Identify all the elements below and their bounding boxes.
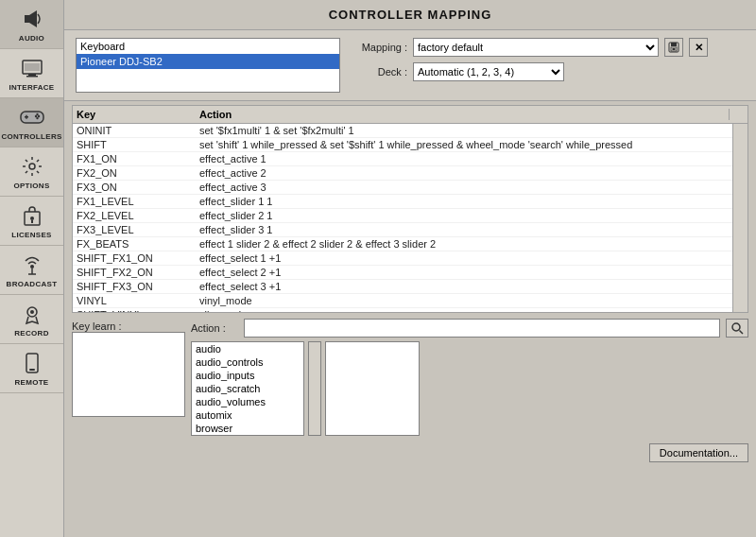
mapping-deck-controls: Mapping : factory default custom ✕ [355,38,708,93]
svg-point-9 [34,115,36,117]
licenses-icon [19,202,45,229]
svg-point-11 [36,113,38,115]
table-row[interactable]: SHIFT_VINYLslip_mode [73,308,732,312]
svg-point-17 [30,265,34,268]
sidebar-item-licenses[interactable]: LICENSES [0,197,63,246]
table-row[interactable]: SHIFT_FX1_ONeffect_select 1 +1 [73,251,732,266]
svg-point-15 [30,217,34,220]
list-item[interactable]: audio_controls [192,355,303,369]
action-row: Action : [191,319,748,338]
sidebar-options-label: OPTIONS [13,182,49,190]
sidebar-item-audio[interactable]: AUDIO [0,0,63,49]
table-row[interactable]: FX2_ONeffect_active 2 [73,166,732,181]
table-row[interactable]: FX3_ONeffect_active 3 [73,181,732,195]
svg-rect-23 [29,369,35,371]
table-col-action: Action [199,109,729,120]
controllers-icon [19,104,45,130]
sidebar-interface-label: INTERFACE [9,83,54,92]
table-row[interactable]: SHIFT_FX3_ONeffect_select 3 +1 [73,280,732,294]
sidebar-item-interface[interactable]: INTERFACE [0,49,63,98]
mapping-label: Mapping : [355,42,407,53]
table-col-key: Key [77,109,199,120]
page-title: CONTROLLER MAPPING [64,0,756,30]
svg-rect-4 [26,76,38,78]
table-row[interactable]: FX1_LEVELeffect_slider 1 1 [73,195,732,209]
sidebar-item-record[interactable]: RECORD [0,295,63,344]
list-item[interactable]: audio [192,342,303,355]
mapping-row: Mapping : factory default custom ✕ [355,38,708,57]
table-row[interactable]: FX1_ONeffect_active 1 [73,152,732,166]
table-scrollbar[interactable] [732,124,747,312]
sidebar-item-options[interactable]: OPTIONS [0,147,63,197]
deck-label: Deck : [355,66,407,78]
sidebar-item-remote[interactable]: REMOTE [0,344,63,393]
categories-list[interactable]: audioaudio_controlsaudio_inputsaudio_scr… [191,341,304,436]
table-row[interactable]: VINYLvinyl_mode [73,294,732,308]
list-item[interactable]: config [192,435,303,436]
controller-list: Keyboard Pioneer DDJ-SB2 [76,38,340,93]
list-item[interactable]: audio_scratch [192,382,303,395]
svg-point-10 [37,115,39,117]
table-header: Key Action [73,106,747,124]
doc-row: Documentation... [191,443,748,462]
sidebar-remote-label: REMOTE [14,378,48,387]
controller-pioneer[interactable]: Pioneer DDJ-SB2 [77,54,339,69]
svg-rect-0 [25,15,29,23]
remote-icon [19,350,45,376]
sidebar-licenses-label: LICENSES [11,231,51,239]
svg-rect-6 [21,112,43,123]
key-learn-box[interactable] [72,332,185,417]
svg-line-29 [740,331,744,335]
sidebar-controllers-label: CONTROLLERS [1,132,61,141]
svg-point-21 [30,310,34,314]
sidebar: AUDIO INTERFACE CONTROLLERS [0,0,64,537]
sidebar-audio-label: AUDIO [19,34,44,43]
table-row[interactable]: ONINITset '$fx1multi' 1 & set '$fx2multi… [73,124,732,138]
mapping-select[interactable]: factory default custom [413,38,659,57]
key-learn-section: Key learn : [72,319,185,417]
list-item[interactable]: audio_volumes [192,395,303,408]
table-body[interactable]: ONINITset '$fx1multi' 1 & set '$fx2multi… [73,124,732,312]
documentation-button[interactable]: Documentation... [649,443,748,462]
svg-rect-3 [28,74,36,76]
bottom-section: Key learn : Action : [64,313,756,537]
sidebar-record-label: RECORD [14,329,48,338]
close-mapping-button[interactable]: ✕ [689,38,708,57]
action-section: Action : audioaudio_controlsaudio_inputs… [191,319,748,462]
search-button[interactable] [726,319,748,338]
table-row[interactable]: SHIFT_FX2_ONeffect_select 2 +1 [73,266,732,280]
controller-keyboard[interactable]: Keyboard [77,39,339,54]
record-icon [19,301,45,327]
svg-rect-25 [671,43,677,46]
actions-list[interactable] [325,341,420,436]
table-row[interactable]: FX2_LEVELeffect_slider 2 1 [73,209,732,223]
svg-rect-16 [31,220,33,223]
sidebar-item-broadcast[interactable]: BROADCAST [0,246,63,295]
svg-point-12 [36,117,38,119]
svg-point-28 [732,323,740,331]
table-row[interactable]: FX_BEATSeffect 1 slider 2 & effect 2 sli… [73,237,732,251]
broadcast-icon [19,251,45,278]
sidebar-item-controllers[interactable]: CONTROLLERS [0,98,63,147]
svg-rect-8 [26,115,27,119]
table-row[interactable]: SHIFTset 'shift' 1 while_pressed & set '… [73,138,732,152]
bottom-lists: audioaudio_controlsaudio_inputsaudio_scr… [191,341,748,436]
table-scrollbar-placeholder [729,109,744,120]
svg-rect-5 [25,63,40,71]
list-item[interactable]: browser [192,422,303,435]
list-item[interactable]: audio_inputs [192,369,303,382]
interface-icon [19,55,45,81]
save-mapping-button[interactable] [664,38,683,57]
mappings-table: Key Action ONINITset '$fx1multi' 1 & set… [72,105,748,313]
list-item[interactable]: automix [192,408,303,422]
deck-select[interactable]: Automatic (1, 2, 3, 4) Deck 1 Deck 2 Dec… [413,62,564,81]
table-row[interactable]: FX3_LEVELeffect_slider 3 1 [73,223,732,237]
controller-listbox[interactable]: Keyboard Pioneer DDJ-SB2 [76,38,340,93]
main-content: CONTROLLER MAPPING Keyboard Pioneer DDJ-… [64,0,756,537]
key-learn-label: Key learn : [72,319,122,332]
options-icon [19,153,45,180]
action-input[interactable] [244,319,720,338]
categories-scrollbar[interactable] [308,341,321,436]
svg-marker-1 [29,10,37,27]
svg-point-13 [29,164,35,169]
